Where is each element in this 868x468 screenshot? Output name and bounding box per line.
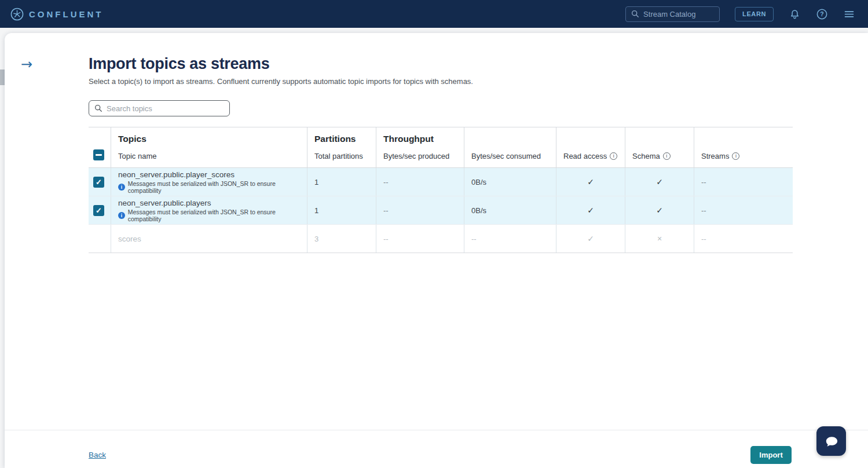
topics-table: Topics Topic name Partitions Total parti… [89, 127, 793, 253]
learn-button[interactable]: LEARN [735, 7, 774, 21]
cell-bytes-produced: -- [376, 196, 464, 224]
row-checkbox[interactable]: ✓ [93, 177, 104, 188]
cell-partitions: 1 [307, 168, 376, 196]
read-access-check: ✓ [587, 177, 594, 187]
table-row[interactable]: ✓ neon_server.public.player_scores i Mes… [89, 168, 793, 196]
back-link[interactable]: Back [89, 451, 106, 459]
cell-streams: -- [694, 225, 793, 253]
schema-mark: × [657, 234, 662, 243]
topic-compatibility-note: i Messages must be serialized with JSON_… [118, 209, 307, 222]
search-topics-input[interactable] [107, 104, 224, 113]
top-navbar: CONFLUENT Stream Catalog LEARN ? [0, 0, 868, 28]
info-icon[interactable]: i [663, 152, 671, 160]
column-schema: Schemai [632, 152, 689, 160]
cell-partitions: 3 [307, 225, 376, 253]
chat-support-button[interactable] [816, 426, 846, 456]
schema-mark: ✓ [656, 206, 663, 215]
stream-catalog-placeholder: Stream Catalog [643, 10, 695, 19]
svg-text:?: ? [820, 10, 823, 17]
cell-bytes-produced: -- [376, 225, 464, 253]
page-subtitle: Select a topic(s) to import as streams. … [89, 77, 473, 86]
topic-name: neon_server.public.player_scores [118, 170, 307, 179]
column-topic-name: Topic name [118, 152, 302, 160]
info-icon: i [118, 184, 125, 191]
cell-streams: -- [694, 196, 793, 224]
column-total-partitions: Total partitions [314, 152, 371, 160]
left-edge-notch [0, 70, 5, 85]
row-checkbox[interactable]: ✓ [93, 205, 104, 216]
info-icon[interactable]: i [732, 152, 739, 160]
viewport: CONFLUENT Stream Catalog LEARN ? [0, 0, 868, 468]
confluent-logo[interactable]: CONFLUENT [10, 8, 104, 21]
column-group-topics: Topics [118, 134, 302, 144]
confluent-mark-icon [10, 8, 24, 21]
chat-bubble-icon [823, 433, 840, 449]
cell-bytes-produced: -- [376, 168, 464, 196]
hamburger-menu-icon[interactable] [843, 8, 855, 20]
page-title: Import topics as streams [89, 55, 269, 73]
search-icon [94, 104, 102, 112]
table-row[interactable]: ✓ neon_server.public.players i Messages … [89, 196, 793, 225]
column-group-partitions: Partitions [314, 134, 371, 144]
cell-bytes-consumed: 0B/s [464, 196, 556, 224]
select-all-checkbox[interactable] [93, 149, 104, 160]
cell-bytes-consumed: -- [464, 225, 556, 253]
table-body: ✓ neon_server.public.player_scores i Mes… [89, 168, 793, 253]
import-topics-panel: → Import topics as streams Select a topi… [5, 33, 868, 468]
column-streams: Streamsi [701, 152, 788, 160]
search-topics-field [89, 100, 230, 116]
cell-bytes-consumed: 0B/s [464, 168, 556, 196]
table-header: Topics Topic name Partitions Total parti… [89, 127, 793, 168]
help-icon[interactable]: ? [816, 8, 828, 20]
collapse-panel-arrow-icon[interactable]: → [17, 56, 36, 72]
table-row[interactable]: ✓ scores i 3 -- -- ✓ × -- [89, 225, 793, 253]
read-access-check: ✓ [587, 234, 594, 243]
column-bytes-consumed: Bytes/sec consumed [471, 152, 551, 160]
column-read-access: Read accessi [563, 152, 620, 160]
topic-name: scores [118, 235, 141, 243]
brand-name: CONFLUENT [29, 9, 104, 19]
search-icon [631, 10, 639, 18]
topic-name: neon_server.public.players [118, 199, 307, 207]
check-icon: ✓ [96, 207, 102, 214]
cell-streams: -- [694, 168, 793, 196]
info-icon[interactable]: i [610, 152, 617, 160]
notifications-bell-icon[interactable] [789, 8, 801, 20]
info-icon: i [118, 212, 125, 219]
check-icon: ✓ [96, 178, 102, 186]
stream-catalog-search[interactable]: Stream Catalog [625, 6, 720, 22]
import-button[interactable]: Import [750, 446, 792, 464]
footer-divider [5, 430, 868, 430]
topic-compatibility-note: i Messages must be serialized with JSON_… [118, 180, 307, 194]
read-access-check: ✓ [587, 206, 594, 215]
column-group-throughput: Throughput [383, 134, 459, 144]
cell-partitions: 1 [307, 196, 376, 224]
schema-mark: ✓ [656, 177, 663, 187]
column-bytes-produced: Bytes/sec produced [383, 152, 459, 160]
